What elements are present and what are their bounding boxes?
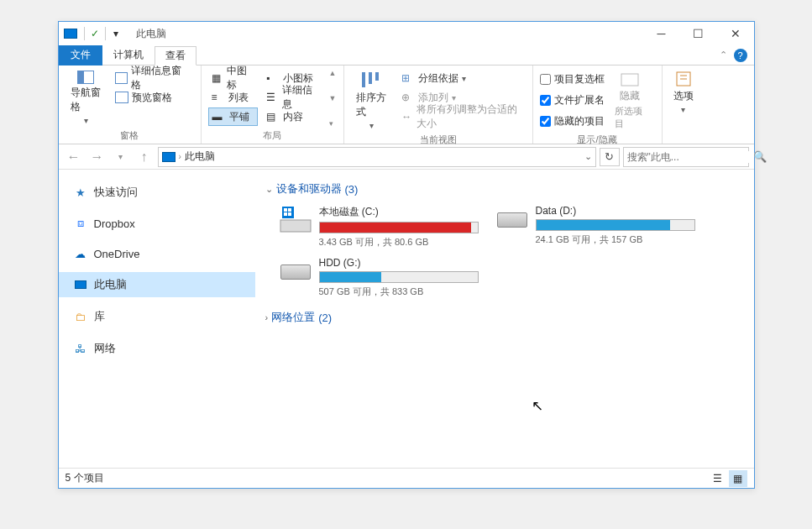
sidebar-item-label: OneDrive	[94, 248, 140, 260]
drive-name: 本地磁盘 (C:)	[319, 205, 487, 219]
drive-info: Data (D:) 24.1 GB 可用，共 157 GB	[536, 205, 704, 249]
search-input[interactable]	[627, 151, 753, 163]
drive-d[interactable]: Data (D:) 24.1 GB 可用，共 157 GB	[495, 205, 704, 249]
collapse-ribbon-icon[interactable]: ⌃	[720, 50, 727, 60]
tab-view[interactable]: 查看	[155, 46, 196, 65]
layout-details-button[interactable]: ☰详细信息	[263, 88, 322, 107]
checkbox-input[interactable]	[540, 116, 551, 127]
chevron-right-icon: ›	[265, 312, 269, 322]
close-button[interactable]: ✕	[717, 22, 754, 45]
group-by-button[interactable]: ⊞分组依据 ▾	[398, 69, 525, 87]
main-area: ★ 快速访问 ⧈ Dropbox ☁ OneDrive 此电脑 🗀 库	[59, 170, 754, 468]
titlebar: ✓ ▾ 此电脑 ─ ☐ ✕	[59, 22, 754, 45]
qat-dropdown-icon[interactable]: ▾	[107, 25, 124, 42]
detail-pane-icon	[115, 72, 128, 84]
help-icon[interactable]: ?	[734, 49, 747, 62]
drive-stats: 24.1 GB 可用，共 157 GB	[536, 233, 704, 246]
group-panes-label: 窗格	[65, 128, 194, 144]
tiles-view-button[interactable]: ▦	[729, 470, 747, 487]
sidebar-item-quick-access[interactable]: ★ 快速访问	[59, 180, 255, 205]
layout-scroll-up-icon[interactable]: ▲	[329, 69, 337, 77]
libraries-icon: 🗀	[74, 310, 87, 323]
tab-file[interactable]: 文件	[59, 45, 102, 65]
nav-pane-label: 导航窗格	[71, 86, 102, 114]
section-title: 网络位置	[271, 310, 315, 325]
small-icons-icon: ▪	[266, 72, 280, 84]
address-dropdown-icon[interactable]: ⌄	[584, 151, 592, 162]
status-text: 5 个项目	[65, 471, 104, 485]
up-button[interactable]: ↑	[134, 147, 155, 167]
sidebar-item-label: Dropbox	[94, 217, 135, 230]
hdd-icon	[279, 257, 312, 287]
sidebar-item-network[interactable]: 🖧 网络	[59, 336, 255, 361]
group-layout-label: 布局	[208, 128, 337, 144]
medium-icons-icon: ▦	[212, 72, 224, 84]
checkbox-file-extensions[interactable]: 文件扩展名	[540, 92, 605, 108]
svg-rect-12	[288, 212, 291, 216]
ribbon: 导航窗格 ▾ 详细信息窗格 预览窗格 窗格	[59, 65, 754, 144]
checkbox-input[interactable]	[540, 74, 551, 85]
preview-pane-icon	[115, 92, 128, 103]
checkbox-input[interactable]	[540, 95, 551, 106]
quick-access-icon: ★	[74, 186, 87, 199]
sidebar-item-this-pc[interactable]: 此电脑	[59, 272, 255, 297]
sidebar-item-onedrive[interactable]: ☁ OneDrive	[59, 242, 255, 265]
drive-info: 本地磁盘 (C:) 3.43 GB 可用，共 80.6 GB	[319, 205, 487, 249]
checkbox-hidden-items[interactable]: 隐藏的项目	[540, 113, 605, 129]
detail-pane-button[interactable]: 详细信息窗格	[112, 69, 194, 87]
svg-rect-7	[280, 220, 311, 232]
refresh-button[interactable]: ↻	[600, 148, 620, 166]
layout-expand-icon[interactable]: ▾	[329, 119, 337, 128]
tiles-icon: ▬	[212, 111, 226, 123]
address-box[interactable]: › 此电脑 ⌄	[158, 147, 596, 167]
dropbox-icon: ⧈	[74, 217, 87, 230]
breadcrumb-separator-icon[interactable]: ›	[179, 152, 181, 161]
preview-pane-button[interactable]: 预览窗格	[112, 88, 194, 107]
drive-c[interactable]: 本地磁盘 (C:) 3.43 GB 可用，共 80.6 GB	[279, 205, 487, 249]
back-button[interactable]: ←	[64, 147, 84, 167]
window-title: 此电脑	[136, 27, 166, 41]
drive-usage-bar	[319, 222, 479, 233]
minimize-button[interactable]: ─	[643, 22, 680, 45]
layout-tiles-button[interactable]: ▬平铺	[208, 107, 258, 126]
explorer-window: ✓ ▾ 此电脑 ─ ☐ ✕ 文件 计算机 查看 ⌃ ? 导航窗格	[58, 21, 755, 489]
nav-sidebar: ★ 快速访问 ⧈ Dropbox ☁ OneDrive 此电脑 🗀 库	[59, 170, 255, 468]
sidebar-item-label: 快速访问	[94, 185, 138, 200]
layout-medium-button[interactable]: ▦中图标	[208, 69, 258, 87]
ribbon-group-panes: 导航窗格 ▾ 详细信息窗格 预览窗格 窗格	[59, 65, 202, 144]
section-network-locations[interactable]: › 网络位置 (2)	[265, 306, 744, 328]
fit-columns-icon: ↔	[401, 111, 413, 123]
recent-locations-button[interactable]: ▾	[111, 147, 131, 167]
svg-rect-1	[369, 72, 372, 84]
nav-pane-button[interactable]: 导航窗格 ▾	[65, 69, 107, 128]
sort-button[interactable]: 排序方式 ▾	[351, 69, 394, 132]
sidebar-item-dropbox[interactable]: ⧈ Dropbox	[59, 212, 255, 235]
drive-g[interactable]: HDD (G:) 507 GB 可用，共 833 GB	[279, 257, 487, 298]
forward-button[interactable]: →	[87, 147, 107, 167]
sidebar-item-libraries[interactable]: 🗀 库	[59, 304, 255, 329]
ribbon-group-current-view: 排序方式 ▾ ⊞分组依据 ▾ ⊕添加列 ▾ ↔将所有列调整为合适的大小 当前视图	[344, 65, 533, 144]
svg-rect-0	[362, 72, 365, 87]
layout-list-button[interactable]: ≡列表	[208, 88, 258, 107]
layout-content-button[interactable]: ▤内容	[263, 107, 322, 126]
checkbox-item-checkboxes[interactable]: 项目复选框	[540, 71, 605, 87]
qat-properties-icon[interactable]: ✓	[86, 25, 103, 42]
fit-columns-button[interactable]: ↔将所有列调整为合适的大小	[398, 107, 525, 126]
sort-label: 排序方式	[356, 91, 389, 119]
tab-computer[interactable]: 计算机	[102, 45, 155, 65]
drive-info: HDD (G:) 507 GB 可用，共 833 GB	[319, 257, 487, 298]
search-box[interactable]: 🔍	[623, 147, 749, 167]
svg-rect-11	[284, 212, 287, 216]
hide-selected-button[interactable]: 隐藏 所选项目	[610, 69, 650, 132]
hide-icon	[620, 71, 640, 87]
ribbon-group-layout: ▦中图标 ≡列表 ▬平铺 ▪小图标 ☰详细信息 ▤内容 ▲ ▼ ▾ 布局	[202, 65, 344, 144]
address-path[interactable]: 此电脑	[185, 149, 215, 164]
search-icon[interactable]: 🔍	[753, 150, 767, 163]
details-view-button[interactable]: ☰	[709, 470, 727, 487]
options-button[interactable]: 选项 ▾	[668, 69, 699, 130]
status-bar: 5 个项目 ☰ ▦	[59, 468, 754, 488]
section-devices-drives[interactable]: ⌄ 设备和驱动器 (3)	[265, 178, 744, 200]
maximize-button[interactable]: ☐	[680, 22, 717, 45]
layout-scroll-down-icon[interactable]: ▼	[329, 94, 337, 102]
options-icon	[673, 71, 694, 87]
